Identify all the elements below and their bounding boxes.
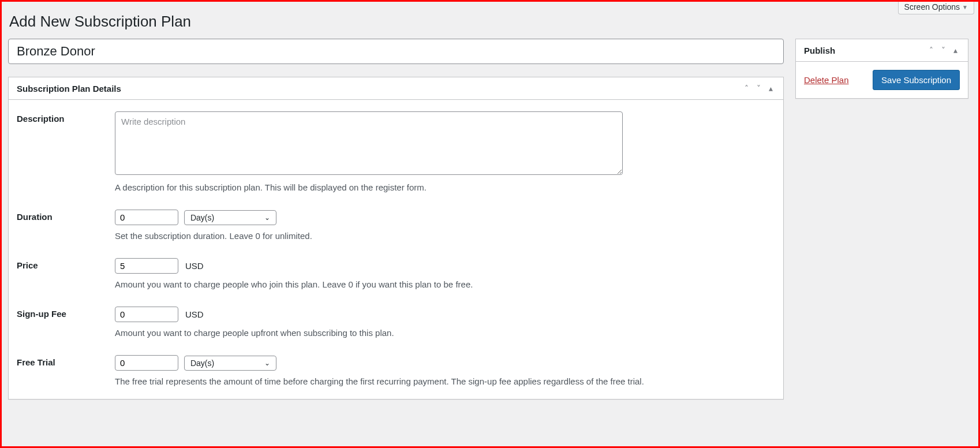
duration-label: Duration bbox=[17, 210, 115, 222]
price-label: Price bbox=[17, 258, 115, 270]
chevron-down-icon: ▼ bbox=[962, 4, 968, 10]
move-up-icon[interactable]: ˄ bbox=[927, 45, 936, 55]
signup-fee-input[interactable] bbox=[115, 307, 178, 322]
price-input[interactable] bbox=[115, 258, 178, 274]
publish-panel: Publish ˄ ˅ ▴ Delete Plan Save Subscript… bbox=[795, 39, 968, 99]
free-trial-input[interactable] bbox=[115, 355, 178, 371]
free-trial-label: Free Trial bbox=[17, 355, 115, 367]
move-down-icon[interactable]: ˅ bbox=[754, 83, 763, 94]
save-subscription-button[interactable]: Save Subscription bbox=[873, 70, 960, 90]
description-textarea[interactable] bbox=[115, 111, 623, 175]
description-help: A description for this subscription plan… bbox=[115, 182, 775, 192]
screen-options-label: Screen Options bbox=[904, 2, 960, 12]
chevron-down-icon: ⌄ bbox=[264, 359, 270, 367]
move-up-icon[interactable]: ˄ bbox=[742, 83, 751, 94]
move-down-icon[interactable]: ˅ bbox=[939, 45, 948, 55]
signup-fee-label: Sign-up Fee bbox=[17, 307, 115, 319]
duration-unit-select[interactable]: Day(s) ⌄ bbox=[184, 210, 276, 225]
free-trial-help: The free trial represents the amount of … bbox=[115, 376, 775, 386]
page-title: Add New Subscription Plan bbox=[9, 13, 968, 31]
price-help: Amount you want to charge people who joi… bbox=[115, 279, 775, 289]
collapse-icon[interactable]: ▴ bbox=[951, 45, 960, 55]
duration-input[interactable] bbox=[115, 210, 178, 225]
signup-fee-help: Amount you want to charge people upfront… bbox=[115, 328, 775, 338]
description-label: Description bbox=[17, 111, 115, 124]
collapse-icon[interactable]: ▴ bbox=[766, 83, 775, 94]
details-panel-heading: Subscription Plan Details bbox=[17, 84, 121, 94]
free-trial-unit-select[interactable]: Day(s) ⌄ bbox=[184, 356, 276, 371]
free-trial-unit-value: Day(s) bbox=[190, 359, 214, 368]
annotation-arrow bbox=[0, 411, 980, 448]
publish-panel-heading: Publish bbox=[804, 46, 835, 55]
details-panel: Subscription Plan Details ˄ ˅ ▴ Descript… bbox=[8, 77, 784, 400]
duration-help: Set the subscription duration. Leave 0 f… bbox=[115, 231, 775, 241]
screen-options-toggle[interactable]: Screen Options ▼ bbox=[898, 0, 974, 14]
duration-unit-value: Day(s) bbox=[190, 213, 214, 222]
price-currency: USD bbox=[185, 261, 204, 271]
chevron-down-icon: ⌄ bbox=[264, 214, 270, 222]
delete-plan-link[interactable]: Delete Plan bbox=[804, 75, 849, 85]
signup-fee-currency: USD bbox=[185, 309, 204, 319]
plan-title-input[interactable] bbox=[8, 39, 784, 64]
